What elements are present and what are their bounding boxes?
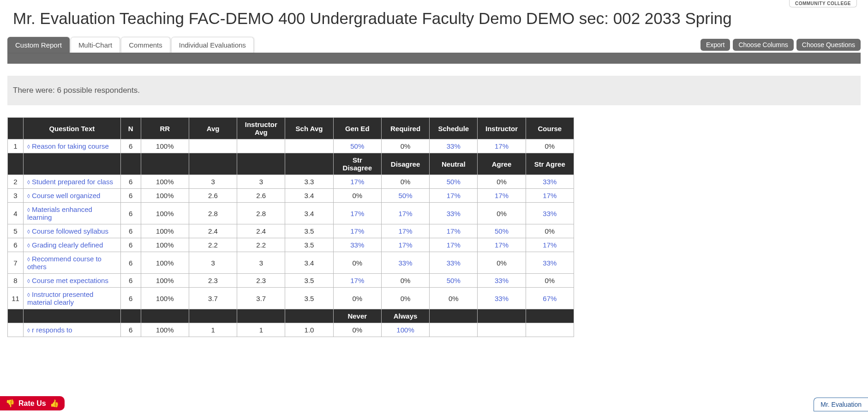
dist-cell[interactable]: 17% bbox=[478, 189, 526, 203]
dist-cell-empty bbox=[526, 323, 574, 337]
row-num: 6 bbox=[8, 238, 24, 252]
sch-avg-cell: 3.3 bbox=[285, 175, 333, 189]
diamond-icon: ◊ bbox=[27, 242, 30, 249]
question-cell[interactable]: ◊r responds to bbox=[24, 323, 121, 337]
export-button[interactable]: Export bbox=[700, 39, 730, 51]
question-link[interactable]: Instructor presented material clearly bbox=[27, 290, 93, 306]
rr-cell: 100% bbox=[141, 175, 189, 189]
dist-cell[interactable]: 17% bbox=[333, 175, 381, 189]
dist-cell[interactable]: 33% bbox=[430, 203, 478, 224]
dist-cell[interactable]: 17% bbox=[381, 203, 429, 224]
dist-cell[interactable]: 17% bbox=[333, 224, 381, 238]
sch-avg-cell: 3.5 bbox=[285, 288, 333, 309]
dist-cell[interactable]: 33% bbox=[478, 274, 526, 288]
instructor-avg-cell bbox=[237, 139, 285, 153]
dist-cell[interactable]: 17% bbox=[333, 203, 381, 224]
distribution-subheader: NeverAlways bbox=[8, 309, 574, 323]
question-link[interactable]: Reason for taking course bbox=[32, 142, 109, 150]
table-row: 5◊Course followed syllabus6100%2.42.43.5… bbox=[8, 224, 574, 238]
distribution-subheader: Str DisagreeDisagreeNeutralAgreeStr Agre… bbox=[8, 153, 574, 175]
subhead-cell bbox=[526, 309, 574, 323]
n-cell: 6 bbox=[120, 189, 141, 203]
dist-cell[interactable]: 17% bbox=[430, 238, 478, 252]
question-link[interactable]: Course followed syllabus bbox=[32, 227, 108, 235]
question-cell[interactable]: ◊Recommend course to others bbox=[24, 252, 121, 274]
dist-cell[interactable]: 17% bbox=[478, 139, 526, 153]
tab-individual-evaluations[interactable]: Individual Evaluations bbox=[171, 37, 254, 53]
row-num: 5 bbox=[8, 224, 24, 238]
dist-cell[interactable]: 50% bbox=[478, 224, 526, 238]
col-instructor-avg: Instructor Avg bbox=[237, 118, 285, 139]
avg-cell: 3 bbox=[189, 175, 237, 189]
diamond-icon: ◊ bbox=[27, 193, 30, 199]
question-link[interactable]: Recommend course to others bbox=[27, 255, 102, 271]
n-cell: 6 bbox=[120, 139, 141, 153]
dist-cell[interactable]: 17% bbox=[430, 189, 478, 203]
question-cell[interactable]: ◊Grading clearly defined bbox=[24, 238, 121, 252]
table-row: 8◊Course met expectations6100%2.32.33.51… bbox=[8, 274, 574, 288]
subhead-cell: Never bbox=[333, 309, 381, 323]
tab-custom-report[interactable]: Custom Report bbox=[7, 37, 70, 53]
subhead-cell: Neutral bbox=[430, 153, 478, 175]
dist-cell[interactable]: 17% bbox=[526, 238, 574, 252]
question-cell[interactable]: ◊Materials enhanced learning bbox=[24, 203, 121, 224]
dist-cell: 0% bbox=[381, 139, 429, 153]
dist-cell[interactable]: 33% bbox=[381, 252, 429, 274]
table-body: 1◊Reason for taking course6100%50%0%33%1… bbox=[8, 139, 574, 337]
tab-multi-chart[interactable]: Multi-Chart bbox=[71, 37, 120, 53]
avg-cell: 2.4 bbox=[189, 224, 237, 238]
dist-cell: 0% bbox=[333, 252, 381, 274]
dist-cell[interactable]: 33% bbox=[526, 252, 574, 274]
tab-comments[interactable]: Comments bbox=[121, 37, 170, 53]
dist-cell: 0% bbox=[333, 189, 381, 203]
dist-cell[interactable]: 50% bbox=[381, 189, 429, 203]
dist-cell[interactable]: 33% bbox=[526, 203, 574, 224]
question-link[interactable]: Materials enhanced learning bbox=[27, 205, 92, 221]
dist-cell[interactable]: 17% bbox=[526, 189, 574, 203]
sch-avg-cell: 3.5 bbox=[285, 224, 333, 238]
dist-cell[interactable]: 17% bbox=[381, 238, 429, 252]
n-cell: 6 bbox=[120, 252, 141, 274]
dist-cell[interactable]: 17% bbox=[333, 274, 381, 288]
dist-cell[interactable]: 33% bbox=[478, 288, 526, 309]
question-cell[interactable]: ◊Reason for taking course bbox=[24, 139, 121, 153]
dist-cell[interactable]: 50% bbox=[430, 274, 478, 288]
table-row: 6◊Grading clearly defined6100%2.22.23.53… bbox=[8, 238, 574, 252]
rr-cell: 100% bbox=[141, 139, 189, 153]
choose-questions-button[interactable]: Choose Questions bbox=[796, 39, 861, 51]
dist-cell[interactable]: 17% bbox=[478, 238, 526, 252]
sch-avg-cell: 1.0 bbox=[285, 323, 333, 337]
n-cell: 6 bbox=[120, 238, 141, 252]
dist-cell[interactable]: 33% bbox=[430, 139, 478, 153]
sch-avg-cell: 3.5 bbox=[285, 238, 333, 252]
dist-cell: 0% bbox=[526, 274, 574, 288]
dist-cell[interactable]: 17% bbox=[430, 224, 478, 238]
dist-cell[interactable]: 100% bbox=[381, 323, 429, 337]
question-cell[interactable]: ◊Course followed syllabus bbox=[24, 224, 121, 238]
dist-cell[interactable]: 17% bbox=[381, 224, 429, 238]
toolbar: Custom Report Multi-Chart Comments Indiv… bbox=[7, 37, 861, 53]
dist-cell[interactable]: 33% bbox=[526, 175, 574, 189]
question-link[interactable]: Student prepared for class bbox=[32, 178, 113, 186]
question-link[interactable]: r responds to bbox=[32, 326, 72, 334]
question-link[interactable]: Course well organized bbox=[32, 192, 100, 199]
col-dist-2: Required bbox=[381, 118, 429, 139]
question-link[interactable]: Course met expectations bbox=[32, 277, 108, 284]
question-cell[interactable]: ◊Instructor presented material clearly bbox=[24, 288, 121, 309]
dist-cell[interactable]: 67% bbox=[526, 288, 574, 309]
choose-columns-button[interactable]: Choose Columns bbox=[733, 39, 793, 51]
results-table: Question Text N RR Avg Instructor Avg Sc… bbox=[7, 117, 574, 337]
dist-cell[interactable]: 50% bbox=[430, 175, 478, 189]
dist-cell[interactable]: 50% bbox=[333, 139, 381, 153]
question-cell[interactable]: ◊Course well organized bbox=[24, 189, 121, 203]
question-cell[interactable]: ◊Student prepared for class bbox=[24, 175, 121, 189]
question-link[interactable]: Grading clearly defined bbox=[32, 241, 103, 249]
dist-cell[interactable]: 33% bbox=[333, 238, 381, 252]
subhead-cell: Str Disagree bbox=[333, 153, 381, 175]
instructor-avg-cell: 2.3 bbox=[237, 274, 285, 288]
question-cell[interactable]: ◊Course met expectations bbox=[24, 274, 121, 288]
dist-cell[interactable]: 33% bbox=[430, 252, 478, 274]
row-num: 11 bbox=[8, 288, 24, 309]
dist-cell: 0% bbox=[478, 175, 526, 189]
diamond-icon: ◊ bbox=[27, 292, 30, 298]
